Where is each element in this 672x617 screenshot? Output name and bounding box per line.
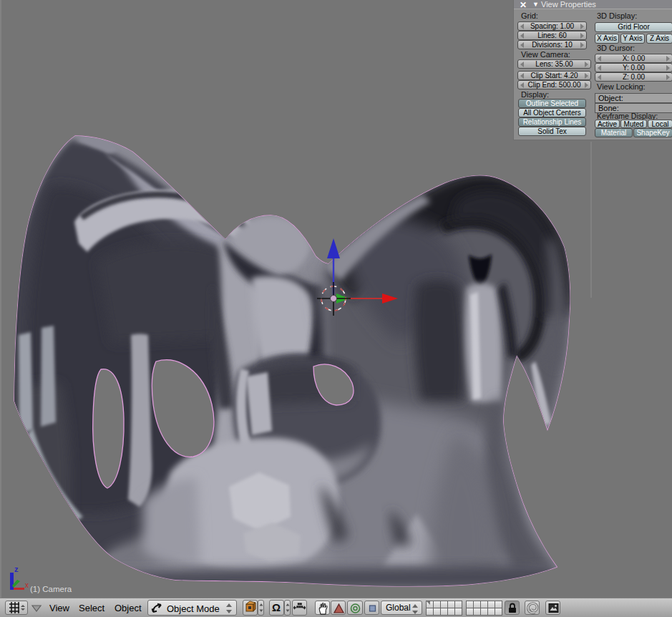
svg-text:z: z	[14, 565, 19, 573]
svg-text:x: x	[25, 581, 29, 589]
svg-text:(1) Camera: (1) Camera	[30, 585, 72, 593]
